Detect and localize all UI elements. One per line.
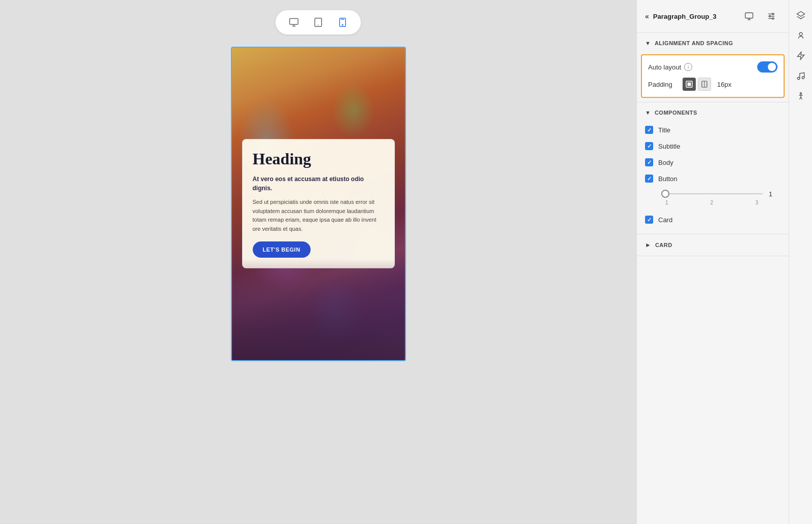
svg-rect-8 — [746, 13, 753, 18]
slider-tick-3: 3 — [755, 200, 758, 205]
svg-point-16 — [772, 18, 774, 19]
card-component-label: Card — [658, 216, 672, 224]
auto-layout-toggle[interactable] — [757, 61, 777, 73]
slider-line — [665, 193, 763, 194]
svg-point-22 — [799, 32, 802, 36]
components-list: Title Subtitle Body Button — [637, 120, 789, 234]
alignment-content-box: Auto layout i Padding — [641, 54, 785, 98]
title-checkbox[interactable] — [645, 126, 653, 134]
component-item-card: Card — [645, 212, 781, 228]
components-section-header[interactable]: ▼ COMPONENTS — [637, 102, 789, 120]
slider-value-display: 1 — [769, 190, 772, 198]
phone-frame: Heading At vero eos et accusam at etiust… — [231, 47, 406, 361]
svg-point-15 — [769, 16, 771, 17]
button-component-label: Button — [658, 175, 678, 183]
card-body-text: Sed ut perspiciatis unde omnis iste natu… — [253, 198, 384, 233]
padding-icons — [683, 78, 711, 91]
info-icon[interactable]: i — [684, 63, 692, 71]
card-checkbox[interactable] — [645, 216, 653, 224]
svg-point-6 — [342, 24, 343, 25]
slider-tick-1: 1 — [665, 200, 668, 205]
tablet-button[interactable] — [310, 14, 326, 30]
panel-title: Paragraph_Group_3 — [653, 13, 717, 20]
padding-label: Padding — [648, 81, 679, 88]
svg-point-26 — [800, 93, 801, 94]
slider-tick-2: 2 — [710, 200, 714, 205]
card-chevron-icon: ► — [645, 241, 651, 249]
svg-line-30 — [801, 97, 802, 99]
device-toolbar — [276, 10, 361, 34]
padding-all-icon[interactable] — [683, 78, 696, 91]
panel-header-icons — [740, 7, 781, 25]
right-sidebar — [789, 0, 812, 524]
card-section-label: CARD — [655, 242, 672, 248]
pointer-icon[interactable] — [792, 26, 810, 45]
card-heading: Heading — [253, 150, 384, 168]
alignment-spacing-section: ▼ ALIGNMENT AND SPACING Auto layout i Pa… — [637, 33, 789, 102]
card-subtitle: At vero eos et accusam at etiusto odio d… — [253, 174, 384, 193]
body-checkbox[interactable] — [645, 158, 653, 166]
padding-row: Padding 16px — [648, 78, 777, 91]
auto-layout-row: Auto layout i — [648, 61, 777, 73]
canvas-area: Heading At vero eos et accusam at etiust… — [0, 0, 636, 524]
panel-header-left: « Paragraph_Group_3 — [645, 12, 717, 20]
music-icon[interactable] — [792, 67, 810, 85]
lightning-icon[interactable] — [792, 47, 810, 65]
svg-rect-18 — [688, 83, 691, 86]
subtitle-component-label: Subtitle — [658, 143, 680, 150]
components-chevron-icon: ▼ — [645, 110, 651, 116]
settings-icon[interactable] — [762, 7, 781, 25]
component-item-button: Button — [645, 170, 781, 187]
alignment-section-header[interactable]: ▼ ALIGNMENT AND SPACING — [637, 33, 789, 50]
right-panel: « Paragraph_Group_3 — [636, 0, 789, 524]
subtitle-checkbox[interactable] — [645, 142, 653, 150]
title-component-label: Title — [658, 126, 670, 134]
preview-icon[interactable] — [740, 7, 758, 25]
slider-row: 1 — [665, 189, 772, 199]
mobile-button[interactable] — [334, 14, 351, 30]
svg-point-14 — [772, 13, 774, 15]
slider-ticks: 1 2 3 — [665, 200, 772, 205]
phone-background: Heading At vero eos et accusam at etiust… — [232, 48, 405, 360]
svg-point-24 — [797, 77, 800, 80]
svg-marker-21 — [797, 12, 804, 17]
card-overlay: Heading At vero eos et accusam at etiust… — [242, 139, 395, 268]
auto-layout-text: Auto layout — [648, 63, 681, 71]
card-cta-button[interactable]: LET'S BEGIN — [253, 241, 311, 258]
collapse-icon[interactable]: « — [645, 12, 649, 20]
accessibility-icon[interactable] — [792, 87, 810, 106]
svg-rect-3 — [315, 18, 321, 27]
button-checkbox[interactable] — [645, 174, 653, 183]
padding-value: 16px — [717, 81, 731, 88]
svg-point-25 — [802, 77, 804, 79]
alignment-section-label: ALIGNMENT AND SPACING — [655, 40, 733, 46]
svg-marker-23 — [797, 52, 804, 60]
components-section-label: COMPONENTS — [655, 110, 697, 116]
panel-header: « Paragraph_Group_3 — [637, 0, 789, 33]
components-section: ▼ COMPONENTS Title Subtitle Body Butto — [637, 102, 789, 234]
component-item-body: Body — [645, 154, 781, 170]
alignment-chevron-icon: ▼ — [645, 40, 651, 46]
card-section-header[interactable]: ► CARD — [637, 234, 789, 256]
slider-container: 1 1 2 3 — [645, 187, 781, 212]
padding-individual-icon[interactable] — [698, 78, 711, 91]
body-component-label: Body — [658, 159, 673, 166]
svg-rect-0 — [290, 19, 298, 25]
layers-icon[interactable] — [792, 6, 810, 24]
desktop-button[interactable] — [286, 14, 302, 30]
slider-thumb[interactable] — [661, 190, 669, 198]
auto-layout-label-group: Auto layout i — [648, 63, 692, 71]
component-item-subtitle: Subtitle — [645, 138, 781, 154]
component-item-title: Title — [645, 122, 781, 138]
slider-track — [665, 189, 763, 199]
card-section: ► CARD — [637, 234, 789, 256]
